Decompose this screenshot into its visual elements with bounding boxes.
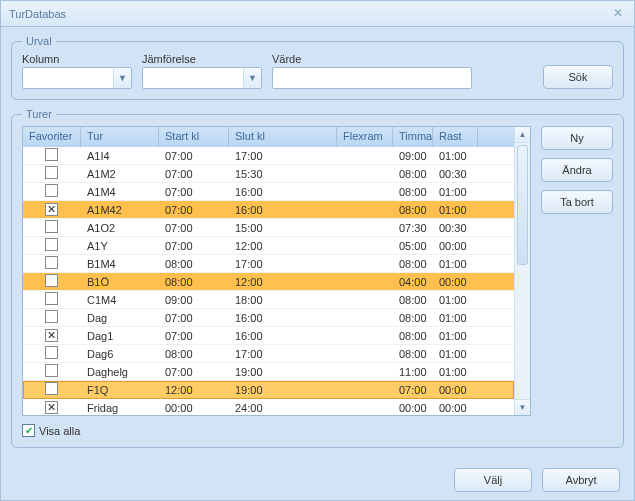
tur-cell: B1M4	[81, 258, 159, 270]
col-start[interactable]: Start kl	[159, 127, 229, 147]
table-row[interactable]: F1Q12:0019:0007:0000:00	[23, 381, 514, 399]
col-rast[interactable]: Rast	[433, 127, 478, 147]
table-row[interactable]: Daghelg07:0019:0011:0001:00	[23, 363, 514, 381]
jamforelse-combo[interactable]: ▼	[142, 67, 262, 89]
favorite-checkbox[interactable]	[45, 364, 58, 377]
avbryt-button[interactable]: Avbryt	[542, 468, 620, 492]
chevron-down-icon[interactable]: ▼	[243, 68, 261, 88]
table-row[interactable]: ✕Fridag00:0024:0000:0000:00	[23, 399, 514, 415]
favorite-checkbox[interactable]	[45, 292, 58, 305]
timma-cell: 08:00	[393, 168, 433, 180]
start-cell: 07:00	[159, 240, 229, 252]
table-row[interactable]: ✕Dag107:0016:0008:0001:00	[23, 327, 514, 345]
grid-rows: A1I407:0017:0009:0001:00A1M207:0015:3008…	[23, 147, 514, 415]
start-cell: 12:00	[159, 384, 229, 396]
slut-cell: 18:00	[229, 294, 337, 306]
tur-cell: Dag1	[81, 330, 159, 342]
favorite-checkbox[interactable]: ✕	[45, 401, 58, 414]
timma-cell: 08:00	[393, 330, 433, 342]
varde-input[interactable]	[273, 68, 471, 88]
start-cell: 07:00	[159, 330, 229, 342]
favorite-cell	[23, 310, 81, 325]
favorite-checkbox[interactable]	[45, 274, 58, 287]
slut-cell: 15:30	[229, 168, 337, 180]
rast-cell: 01:00	[433, 366, 478, 378]
favorite-checkbox[interactable]: ✕	[45, 329, 58, 342]
sok-button[interactable]: Sök	[543, 65, 613, 89]
col-favoriter[interactable]: Favoriter	[23, 127, 81, 147]
scroll-down-icon[interactable]: ▼	[515, 399, 530, 415]
col-slut[interactable]: Slut kl	[229, 127, 337, 147]
timma-cell: 11:00	[393, 366, 433, 378]
favorite-checkbox[interactable]	[45, 238, 58, 251]
jamforelse-label: Jämförelse	[142, 53, 262, 65]
table-row[interactable]: A1M407:0016:0008:0001:00	[23, 183, 514, 201]
table-row[interactable]: A1M207:0015:3008:0000:30	[23, 165, 514, 183]
start-cell: 08:00	[159, 276, 229, 288]
favorite-checkbox[interactable]	[45, 382, 58, 395]
favorite-checkbox[interactable]	[45, 184, 58, 197]
start-cell: 09:00	[159, 294, 229, 306]
rast-cell: 00:30	[433, 168, 478, 180]
timma-cell: 08:00	[393, 204, 433, 216]
tur-cell: A1M2	[81, 168, 159, 180]
visa-alla-label: Visa alla	[39, 425, 80, 437]
favorite-checkbox[interactable]	[45, 220, 58, 233]
kolumn-label: Kolumn	[22, 53, 132, 65]
timma-cell: 08:00	[393, 312, 433, 324]
urval-group: Urval Kolumn ▼ Jämförelse ▼	[11, 35, 624, 100]
favorite-cell: ✕	[23, 401, 81, 414]
favorite-cell	[23, 292, 81, 307]
favorite-checkbox[interactable]	[45, 148, 58, 161]
rast-cell: 00:00	[433, 384, 478, 396]
col-timma[interactable]: Timma	[393, 127, 433, 147]
table-row[interactable]: C1M409:0018:0008:0001:00	[23, 291, 514, 309]
varde-label: Värde	[272, 53, 472, 65]
table-row[interactable]: A1I407:0017:0009:0001:00	[23, 147, 514, 165]
valj-button[interactable]: Välj	[454, 468, 532, 492]
table-row[interactable]: Dag07:0016:0008:0001:00	[23, 309, 514, 327]
col-tur[interactable]: Tur	[81, 127, 159, 147]
favorite-cell	[23, 184, 81, 199]
favorite-cell	[23, 148, 81, 163]
start-cell: 07:00	[159, 186, 229, 198]
timma-cell: 00:00	[393, 402, 433, 414]
andra-button[interactable]: Ändra	[541, 158, 613, 182]
scroll-track[interactable]	[515, 143, 530, 399]
scroll-thumb[interactable]	[517, 145, 528, 265]
table-row[interactable]: B1Ö08:0012:0004:0000:00	[23, 273, 514, 291]
close-icon[interactable]: ✕	[610, 6, 626, 22]
tabort-button[interactable]: Ta bort	[541, 190, 613, 214]
table-row[interactable]: ✕A1M4207:0016:0008:0001:00	[23, 201, 514, 219]
start-cell: 07:00	[159, 168, 229, 180]
tur-cell: A1M42	[81, 204, 159, 216]
timma-cell: 09:00	[393, 150, 433, 162]
slut-cell: 17:00	[229, 258, 337, 270]
table-row[interactable]: A1O207:0015:0007:3000:30	[23, 219, 514, 237]
tur-cell: F1Q	[81, 384, 159, 396]
dialog-window: TurDatabas ✕ Urval Kolumn ▼ Jämförelse ▼	[0, 0, 635, 501]
table-row[interactable]: B1M408:0017:0008:0001:00	[23, 255, 514, 273]
rast-cell: 01:00	[433, 294, 478, 306]
visa-alla-checkbox[interactable]: ✔	[22, 424, 35, 437]
favorite-checkbox[interactable]	[45, 256, 58, 269]
scroll-up-icon[interactable]: ▲	[515, 127, 530, 143]
favorite-checkbox[interactable]	[45, 166, 58, 179]
favorite-checkbox[interactable]: ✕	[45, 203, 58, 216]
favorite-checkbox[interactable]	[45, 310, 58, 323]
kolumn-combo[interactable]: ▼	[22, 67, 132, 89]
table-row[interactable]: A1Y07:0012:0005:0000:00	[23, 237, 514, 255]
ny-button[interactable]: Ny	[541, 126, 613, 150]
timma-cell: 07:00	[393, 384, 433, 396]
chevron-down-icon[interactable]: ▼	[113, 68, 131, 88]
tur-cell: B1Ö	[81, 276, 159, 288]
col-flexram[interactable]: Flexram	[337, 127, 393, 147]
tur-cell: A1Y	[81, 240, 159, 252]
start-cell: 07:00	[159, 366, 229, 378]
timma-cell: 08:00	[393, 294, 433, 306]
table-row[interactable]: Dag608:0017:0008:0001:00	[23, 345, 514, 363]
vertical-scrollbar[interactable]: ▲ ▼	[514, 127, 530, 415]
timma-cell: 07:30	[393, 222, 433, 234]
slut-cell: 24:00	[229, 402, 337, 414]
favorite-checkbox[interactable]	[45, 346, 58, 359]
